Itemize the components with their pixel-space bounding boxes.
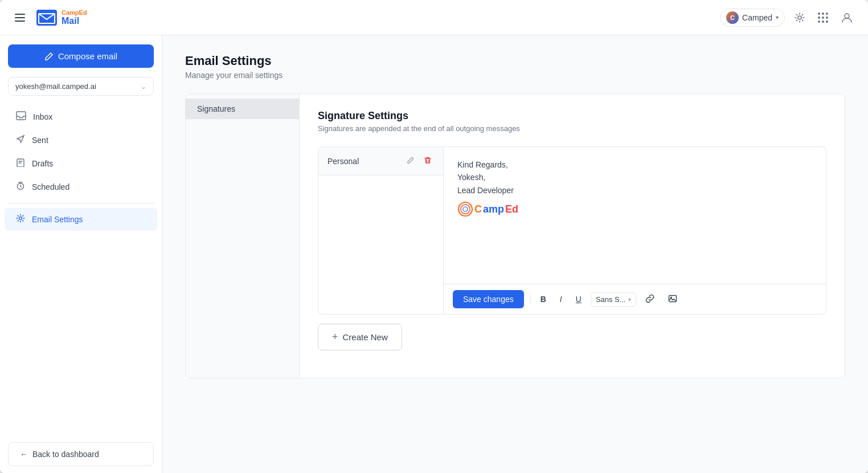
scheduled-icon [16, 181, 25, 193]
section-title: Signature Settings [318, 110, 826, 122]
logo-area: CampEd Mail [36, 9, 87, 26]
email-settings-icon [16, 214, 25, 225]
svg-rect-4 [17, 112, 26, 120]
sidebar: Compose email yokesh@mail.camped.ai ⌄ In… [0, 35, 162, 473]
mail-logo-icon [36, 10, 57, 26]
signature-card-inner: Personal [318, 147, 826, 314]
page-header: Email Settings Manage your email setting… [185, 54, 845, 80]
brand-chevron-icon: ▾ [776, 14, 779, 21]
sent-icon [16, 134, 25, 146]
page-title: Email Settings [185, 54, 845, 68]
image-button[interactable] [664, 291, 682, 308]
camped-logo-c: C [474, 203, 482, 215]
brand-name: Camped [742, 13, 772, 22]
drafts-icon [16, 158, 25, 169]
svg-point-2 [798, 16, 801, 19]
gear-icon [794, 12, 805, 23]
sig-line-1: Kind Regards, [457, 158, 812, 171]
font-selector[interactable]: Sans S... ▾ [591, 292, 636, 307]
sidebar-item-scheduled[interactable]: Scheduled [5, 176, 157, 198]
settings-icon-button[interactable] [791, 9, 809, 27]
inbox-icon [16, 111, 26, 123]
user-profile-button[interactable] [837, 8, 857, 27]
nav-items: Inbox Sent Drafts [0, 103, 162, 435]
link-icon [645, 294, 654, 303]
settings-layout: Signatures Signature Settings Signatures… [185, 93, 845, 378]
signature-editor-panel: Kind Regards, Yokesh, Lead Developer [444, 147, 826, 314]
brand-icon: C [726, 11, 739, 24]
link-button[interactable] [641, 291, 659, 308]
signature-camped-logo: C ampEd [457, 201, 812, 217]
grid-icon [818, 13, 828, 23]
compose-icon [44, 52, 54, 61]
signature-list-panel: Personal [318, 147, 444, 314]
bold-button[interactable]: B [536, 292, 551, 307]
trash-icon [424, 156, 432, 164]
font-chevron-icon: ▾ [628, 296, 631, 303]
navbar-right: C Camped ▾ [720, 8, 857, 27]
signature-text-area[interactable]: Kind Regards, Yokesh, Lead Developer [444, 147, 826, 284]
navbar-left: CampEd Mail [11, 9, 87, 26]
svg-point-7 [19, 217, 22, 220]
section-subtitle: Signatures are appended at the end of al… [318, 124, 826, 133]
edit-icon [407, 156, 415, 164]
sidebar-item-drafts[interactable]: Drafts [5, 152, 157, 175]
main-layout: Compose email yokesh@mail.camped.ai ⌄ In… [0, 35, 868, 473]
logo-mail-text: Mail [62, 16, 87, 26]
compose-email-button[interactable]: Compose email [8, 44, 154, 68]
signature-list-item-personal[interactable]: Personal [318, 147, 443, 176]
image-icon [668, 294, 677, 303]
hamburger-button[interactable] [11, 10, 28, 25]
svg-point-9 [461, 205, 470, 214]
account-chevron-icon: ⌄ [141, 83, 146, 91]
navbar: CampEd Mail C Camped ▾ [0, 0, 868, 35]
save-changes-button[interactable]: Save changes [453, 290, 524, 308]
sig-line-2: Yokesh, [457, 171, 812, 184]
toolbar-separator [530, 293, 530, 305]
camped-circle-logo [457, 201, 473, 217]
page-subtitle: Manage your email settings [185, 71, 845, 80]
settings-nav-signatures[interactable]: Signatures [186, 99, 299, 119]
italic-button[interactable]: I [555, 292, 567, 307]
grid-apps-button[interactable] [814, 9, 832, 26]
content-area: Email Settings Manage your email setting… [162, 35, 868, 473]
logo-camped-text: CampEd [62, 9, 87, 16]
sidebar-item-sent[interactable]: Sent [5, 129, 157, 152]
signature-card: Personal [318, 146, 826, 315]
signature-item-actions [404, 155, 434, 167]
edit-signature-button[interactable] [404, 155, 417, 167]
back-to-dashboard-button[interactable]: ← Back to dashboard [8, 442, 154, 466]
create-new-button[interactable]: + Create New [318, 324, 402, 350]
svg-point-3 [845, 14, 849, 18]
camped-logo-amp: amp [483, 203, 504, 215]
user-icon [841, 11, 853, 24]
back-arrow-icon: ← [20, 450, 28, 459]
settings-content: Signature Settings Signatures are append… [300, 94, 845, 378]
camped-logo-ed: Ed [505, 203, 518, 215]
plus-icon: + [332, 331, 338, 343]
delete-signature-button[interactable] [421, 155, 434, 167]
logo-text: CampEd Mail [62, 9, 87, 26]
account-selector[interactable]: yokesh@mail.camped.ai ⌄ [8, 77, 154, 96]
svg-point-12 [670, 296, 672, 298]
svg-point-10 [463, 207, 468, 211]
sidebar-item-inbox[interactable]: Inbox [5, 105, 157, 128]
nav-divider [8, 203, 154, 203]
settings-nav: Signatures [186, 94, 300, 378]
underline-button[interactable]: U [571, 292, 586, 307]
signature-toolbar: Save changes B I U Sans S... ▾ [444, 284, 826, 314]
sidebar-item-email-settings[interactable]: Email Settings [5, 208, 157, 231]
brand-badge[interactable]: C Camped ▾ [720, 9, 785, 27]
sig-line-3: Lead Developer [457, 184, 812, 197]
